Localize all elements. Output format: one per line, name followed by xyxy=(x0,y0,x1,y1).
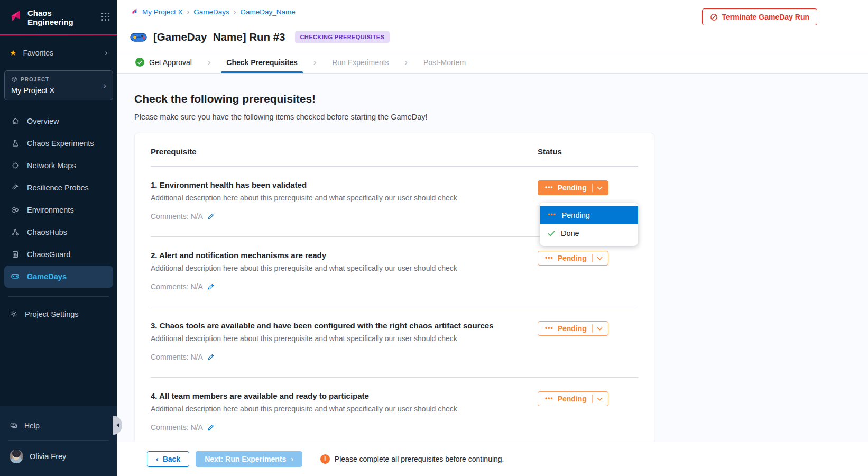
sidebar-item-network-maps[interactable]: Network Maps xyxy=(4,154,113,177)
sidebar-nav: Overview Chaos Experiments Network Maps … xyxy=(0,108,117,290)
home-icon xyxy=(11,116,20,125)
environments-icon xyxy=(11,205,20,214)
step-post-mortem[interactable]: Post-Mortem xyxy=(423,51,466,73)
comments-label: Comments: N/A xyxy=(151,423,203,432)
status-dropdown-button[interactable]: ••• Pending xyxy=(538,391,608,406)
prerequisite-description: Additional description here about this p… xyxy=(151,405,522,413)
sidebar-footer: Help Olivia Frey xyxy=(0,406,117,476)
sidebar-item-label: GameDays xyxy=(27,272,67,281)
check-icon xyxy=(548,231,555,236)
chevron-down-icon xyxy=(597,257,603,260)
help-button[interactable]: Help xyxy=(0,414,117,438)
gamepad-icon xyxy=(11,272,20,281)
user-name: Olivia Frey xyxy=(30,452,66,461)
star-icon: ★ xyxy=(10,48,16,58)
prerequisite-description: Additional description here about this p… xyxy=(151,334,522,343)
prohibited-icon xyxy=(710,13,718,21)
collapse-chevron-icon xyxy=(116,420,120,430)
next-run-experiments-button[interactable]: Next: Run Experiments › xyxy=(196,451,302,467)
probe-icon xyxy=(11,183,20,192)
edit-comment-icon[interactable] xyxy=(207,424,215,431)
content-subheading: Please make sure you have the following … xyxy=(134,113,868,121)
favorites-label: Favorites xyxy=(23,49,53,57)
prerequisite-title: 4. All team members are available and re… xyxy=(151,391,522,400)
prerequisite-row: 3. Chaos tools are available and have be… xyxy=(151,307,638,377)
accent-divider xyxy=(0,34,117,35)
sidebar-item-project-settings[interactable]: Project Settings xyxy=(0,303,117,325)
sidebar-item-environments[interactable]: Environments xyxy=(4,199,113,221)
terminate-gameday-button[interactable]: Terminate GameDay Run xyxy=(702,8,817,25)
comments-label: Comments: N/A xyxy=(151,212,203,221)
hub-nodes-icon xyxy=(11,227,20,236)
project-selector[interactable]: PROJECT My Project X › xyxy=(4,70,113,100)
project-name: My Project X xyxy=(11,86,103,95)
sidebar-item-chaos-experiments[interactable]: Chaos Experiments xyxy=(4,132,113,154)
sidebar-item-chaoshubs[interactable]: ChaosHubs xyxy=(4,221,113,243)
project-label: PROJECT xyxy=(21,77,49,83)
pending-dots-icon: ••• xyxy=(545,395,553,402)
breadcrumb-link-gamedays[interactable]: GameDays xyxy=(193,8,229,16)
step-get-approval[interactable]: Get Approval xyxy=(135,51,192,73)
content-area: Check the following prerequisites! Pleas… xyxy=(117,74,868,442)
prerequisite-description: Additional description here about this p… xyxy=(151,264,522,272)
status-dropdown-button[interactable]: ••• Pending xyxy=(538,321,608,336)
sidebar-item-label: Overview xyxy=(27,117,59,125)
flask-icon xyxy=(11,139,20,148)
user-menu[interactable]: Olivia Frey xyxy=(0,443,117,470)
breadcrumb-link-gameday-name[interactable]: GameDay_Name xyxy=(240,8,295,16)
sidebar: ChaosEngineering ★ Favorites › xyxy=(0,0,117,476)
pending-dots-icon: ••• xyxy=(548,211,556,218)
sidebar-item-label: Environments xyxy=(27,206,74,214)
status-dropdown-menu: ••• Pending Done xyxy=(540,203,638,246)
divider xyxy=(8,296,109,297)
prerequisite-row: 1. Environment health has been validated… xyxy=(151,166,638,236)
page-header: My Project X › GameDays › GameDay_Name T… xyxy=(117,0,868,74)
chevron-down-icon xyxy=(597,186,603,190)
sidebar-item-resilience-probes[interactable]: Resilience Probes xyxy=(4,177,113,199)
prerequisite-title: 2. Alert and notification mechanisms are… xyxy=(151,251,522,260)
cube-icon xyxy=(11,76,17,84)
chevron-right-icon: › xyxy=(208,58,210,67)
step-run-experiments[interactable]: Run Experiments xyxy=(332,51,389,73)
step-check-prerequisites[interactable]: Check Prerequisites xyxy=(226,51,298,73)
status-dropdown-button[interactable]: ••• Pending xyxy=(538,180,608,195)
warning-text: Please complete all prerequisites before… xyxy=(335,455,504,463)
footer-warning: ! Please complete all prerequisites befo… xyxy=(320,454,504,464)
app-window: ChaosEngineering ★ Favorites › xyxy=(0,0,868,476)
edit-comment-icon[interactable] xyxy=(207,353,215,361)
stepper: Get Approval › Check Prerequisites › Run… xyxy=(117,51,868,74)
sidebar-item-label: ChaosHubs xyxy=(27,228,67,236)
sidebar-item-chaosguard[interactable]: ChaosGuard xyxy=(4,243,113,266)
content-heading: Check the following prerequisites! xyxy=(134,93,868,105)
menu-option-done[interactable]: Done xyxy=(540,224,638,242)
prerequisite-title: 3. Chaos tools are available and have be… xyxy=(151,321,522,330)
footer-bar: ‹ Back Next: Run Experiments › ! Please … xyxy=(117,442,868,476)
favorites-row[interactable]: ★ Favorites › xyxy=(0,41,117,65)
chat-help-icon xyxy=(10,422,18,430)
pending-dots-icon: ••• xyxy=(545,184,553,191)
check-circle-icon xyxy=(135,58,144,67)
comments-label: Comments: N/A xyxy=(151,282,203,291)
column-header-prerequisite: Prerequisite xyxy=(151,147,197,156)
sidebar-item-gamedays[interactable]: GameDays xyxy=(4,266,113,288)
status-dropdown-button[interactable]: ••• Pending xyxy=(538,251,608,266)
network-circle-icon xyxy=(11,161,20,170)
edit-comment-icon[interactable] xyxy=(207,283,215,290)
edit-comment-icon[interactable] xyxy=(207,213,215,220)
menu-option-pending[interactable]: ••• Pending xyxy=(540,206,638,224)
back-button[interactable]: ‹ Back xyxy=(147,451,189,467)
breadcrumb: My Project X › GameDays › GameDay_Name xyxy=(130,7,296,16)
sidebar-item-label: Resilience Probes xyxy=(27,184,89,192)
gear-icon xyxy=(10,310,19,318)
sidebar-item-label: ChaosGuard xyxy=(27,250,70,259)
avatar xyxy=(10,450,23,463)
chevron-right-icon: › xyxy=(313,58,316,67)
sidebar-item-overview[interactable]: Overview xyxy=(4,110,113,132)
chevron-right-icon: › xyxy=(105,48,108,57)
prerequisite-row: 2. Alert and notification mechanisms are… xyxy=(151,236,638,307)
breadcrumb-link-project[interactable]: My Project X xyxy=(142,8,183,16)
apps-grid-icon[interactable] xyxy=(101,12,110,23)
chevron-right-icon: › xyxy=(405,58,408,67)
main-area: My Project X › GameDays › GameDay_Name T… xyxy=(117,0,868,476)
lock-icon xyxy=(11,250,20,259)
